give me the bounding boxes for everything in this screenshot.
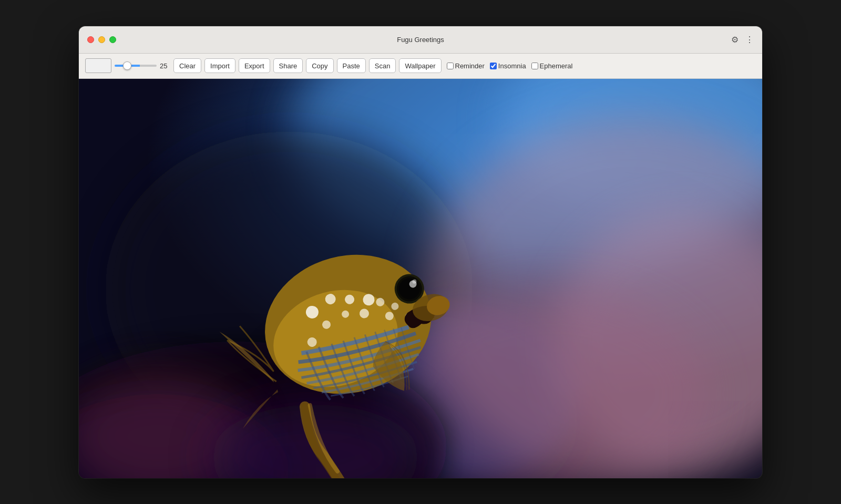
insomnia-label: Insomnia — [498, 62, 526, 70]
ephemeral-checkbox-label[interactable]: Ephemeral — [531, 62, 573, 70]
export-button[interactable]: Export — [239, 58, 270, 73]
share-button[interactable]: Share — [273, 58, 303, 73]
copy-button[interactable]: Copy — [306, 58, 333, 73]
checkbox-group: Reminder Insomnia Ephemeral — [447, 62, 573, 70]
fish-scene-svg — [79, 79, 762, 478]
close-button[interactable] — [87, 36, 94, 43]
ephemeral-checkbox[interactable] — [531, 63, 538, 69]
paste-button[interactable]: Paste — [337, 58, 366, 73]
maximize-button[interactable] — [109, 36, 116, 43]
slider-value: 25 — [160, 62, 170, 70]
reminder-checkbox[interactable] — [447, 63, 454, 69]
traffic-lights — [87, 36, 116, 43]
clear-button[interactable]: Clear — [173, 58, 201, 73]
ephemeral-label: Ephemeral — [540, 62, 573, 70]
canvas-area[interactable] — [79, 79, 762, 478]
import-button[interactable]: Import — [204, 58, 235, 73]
slider-container: 25 — [115, 62, 170, 70]
titlebar-actions: ⚙ ⋮ — [731, 35, 754, 44]
reminder-label: Reminder — [455, 62, 485, 70]
menu-icon[interactable]: ⋮ — [745, 35, 754, 44]
minimize-button[interactable] — [98, 36, 105, 43]
reminder-checkbox-label[interactable]: Reminder — [447, 62, 485, 70]
toolbar: 25 Clear Import Export Share Copy Paste … — [79, 54, 762, 79]
color-swatch[interactable] — [85, 58, 111, 73]
app-window: Fugu Greetings ⚙ ⋮ 25 Clear Import Expor… — [79, 26, 762, 478]
insomnia-checkbox-label[interactable]: Insomnia — [490, 62, 526, 70]
insomnia-checkbox[interactable] — [490, 63, 497, 69]
wallpaper-button[interactable]: Wallpaper — [399, 58, 441, 73]
titlebar: Fugu Greetings ⚙ ⋮ — [79, 26, 762, 54]
scan-button[interactable]: Scan — [369, 58, 396, 73]
extensions-icon[interactable]: ⚙ — [731, 35, 739, 44]
brush-size-slider[interactable] — [115, 65, 157, 67]
window-title: Fugu Greetings — [397, 36, 444, 44]
